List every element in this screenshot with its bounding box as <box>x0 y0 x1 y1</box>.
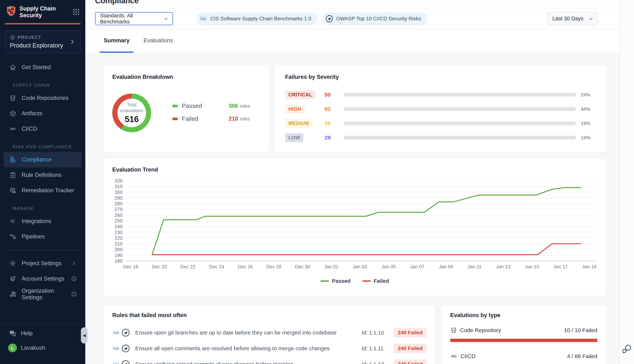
infinity-icon <box>9 125 17 132</box>
sidebar-collapse-handle[interactable]: ◀ <box>81 327 88 344</box>
severity-row-high: HIGH9244% <box>285 102 596 116</box>
svg-text:Jan 19: Jan 19 <box>582 264 596 270</box>
rule-row[interactable]: CIS Ensure open git branches are up to d… <box>112 325 427 340</box>
rule-id: Id: 1.1.12 <box>362 361 394 364</box>
sidebar-item-rule-definitions[interactable]: Rule Definitions <box>4 167 82 183</box>
svg-text:190: 190 <box>115 252 123 258</box>
legend-label: Passed <box>332 278 351 284</box>
by-type-row-code-repository: Code Repository10 / 10 Failed <box>450 326 597 342</box>
tab-summary[interactable]: Summary <box>100 29 134 53</box>
svg-text:290: 290 <box>115 195 123 201</box>
layers-gear-icon <box>9 275 17 282</box>
card-evaluations-by-type: Evalutions by type Code Repository10 / 1… <box>441 305 606 364</box>
cis-logo-icon: CIS <box>199 14 208 23</box>
legend-unit: rules <box>240 103 250 109</box>
trend-legend: PassedFailed <box>112 278 597 284</box>
module-grid-icon[interactable] <box>72 8 80 16</box>
donut-center-label: Totalevaluations <box>120 102 143 114</box>
user-menu[interactable]: L Lavakush <box>0 337 85 352</box>
owasp-logo-icon <box>325 14 334 23</box>
date-range-dropdown[interactable]: Last 30 Days <box>548 12 597 25</box>
severity-count: 29 <box>325 134 344 141</box>
sidebar-item-artifacts[interactable]: Artifacts <box>4 106 82 121</box>
severity-pill: HIGH <box>285 105 304 114</box>
sidebar-item-account-settings[interactable]: Account Settings <box>4 271 82 286</box>
cube-icon <box>9 110 17 117</box>
by-type-label: CI/CD <box>460 353 475 360</box>
chat-bubbles-icon[interactable] <box>622 344 632 354</box>
sidebar-nav: Get StartedSUPPLY CHAINCode Repositories… <box>0 53 85 302</box>
svg-text:CIS: CIS <box>115 363 119 364</box>
sidebar-item-integrations[interactable]: Integrations <box>4 214 82 229</box>
sidebar-item-label: Organization Settings <box>22 288 70 301</box>
card-rules-failed-most: Rules that failed most often CIS Ensure … <box>103 305 436 364</box>
sidebar-item-code-repositories[interactable]: Code Repositories <box>4 90 82 106</box>
legend-label: Failed <box>374 278 389 284</box>
chevron-right-icon <box>70 260 78 266</box>
page-title: Compliance <box>95 0 619 6</box>
sidebar-item-ci-cd[interactable]: CI/CD <box>4 121 82 136</box>
user-name: Lavakush <box>21 344 45 351</box>
sidebar-item-label: Project Settings <box>22 260 70 267</box>
severity-bar <box>344 136 576 140</box>
sidebar-item-label: Artifacts <box>22 110 78 117</box>
by-type-value: 4 / 66 Failed <box>567 353 597 360</box>
svg-text:Jan 11: Jan 11 <box>468 264 482 270</box>
owasp-logo-icon <box>121 360 130 364</box>
rule-description: Ensure all open comments are resolved be… <box>135 345 362 352</box>
svg-text:Jan 13: Jan 13 <box>496 264 510 270</box>
sidebar-item-label: Integrations <box>22 218 78 224</box>
svg-text:270: 270 <box>115 206 123 212</box>
legend-swatch <box>172 118 178 120</box>
sidebar-item-help[interactable]: ? Help <box>0 325 85 337</box>
svg-text:320: 320 <box>115 178 123 184</box>
severity-count: 50 <box>325 92 344 98</box>
by-type-bar <box>450 339 597 342</box>
cube-tool-icon <box>9 187 17 194</box>
sidebar-item-remediation-tracker[interactable]: Remediation Tracker <box>4 183 82 198</box>
donut-legend-item: Passed306rules <box>172 102 258 110</box>
standards-dropdown-value: Standards: All Benchmarks <box>100 13 163 25</box>
sidebar-item-label: Remediation Tracker <box>22 187 78 194</box>
chip-cis-benchmark[interactable]: CIS CIS Software Supply Chain Benchmarks… <box>197 13 317 25</box>
sidebar-item-get-started[interactable]: Get Started <box>4 60 82 75</box>
tab-evaluations[interactable]: Evaluations <box>139 29 177 53</box>
sidebar-item-label: Code Repositories <box>22 95 78 101</box>
svg-text:Jan 07: Jan 07 <box>410 264 424 270</box>
help-label: Help <box>21 330 33 337</box>
rule-description: Ensure open git branches are up to date … <box>135 330 362 336</box>
sidebar-item-label: Rule Definitions <box>22 172 78 178</box>
evaluation-trend-line-chart: 1801902002102202302402502602702802903003… <box>112 178 597 272</box>
sidebar-item-label: Pipelines <box>22 233 78 240</box>
chevron-down-icon <box>163 16 169 22</box>
donut-legend-item: Failed210rules <box>172 115 258 123</box>
svg-text:200: 200 <box>115 247 123 252</box>
dashboard-content: Evaluation Breakdown Totalevaluations 51… <box>85 53 619 364</box>
svg-text:?: ? <box>11 331 13 334</box>
svg-text:230: 230 <box>115 230 123 235</box>
project-name: Product Exploratory <box>10 42 69 49</box>
svg-text:Dec 26: Dec 26 <box>238 264 253 270</box>
project-selector[interactable]: PROJECT Product Exploratory <box>5 30 81 53</box>
rule-row[interactable]: CIS Ensure all open comments are resolve… <box>112 340 427 356</box>
sidebar-item-compliance[interactable]: Compliance <box>4 152 82 167</box>
sidebar-item-project-settings[interactable]: Project Settings <box>4 256 82 271</box>
sidebar-bottom: ? Help L Lavakush <box>0 324 85 364</box>
legend-swatch <box>172 105 178 108</box>
rule-row[interactable]: CIS Ensure verifying signed commits of n… <box>112 356 427 364</box>
severity-rows: CRITICAL5024%HIGH9244%MEDIUM3919%LOW2914… <box>285 88 596 145</box>
chip-owasp-label: OWASP Top 10 CI/CD Security Risks <box>336 16 421 22</box>
brand-accent-bar <box>5 23 81 24</box>
sidebar-item-pipelines[interactable]: Pipelines <box>4 229 82 244</box>
sidebar-item-organization-settings[interactable]: Organization Settings <box>4 286 82 302</box>
chip-owasp[interactable]: OWASP Top 10 CI/CD Security Risks <box>323 13 427 25</box>
standards-dropdown[interactable]: Standards: All Benchmarks <box>95 12 173 25</box>
app-title: Supply Chain Security <box>20 5 71 19</box>
rule-failed-badge: 240 Failed <box>394 328 427 338</box>
svg-text:300: 300 <box>115 190 123 195</box>
svg-text:220: 220 <box>115 235 123 241</box>
chip-cis-label: CIS Software Supply Chain Benchmarks 1.0 <box>210 16 311 22</box>
severity-percent: 19% <box>576 120 596 126</box>
gear-icon <box>9 260 17 267</box>
svg-text:Dec 20: Dec 20 <box>152 264 167 270</box>
